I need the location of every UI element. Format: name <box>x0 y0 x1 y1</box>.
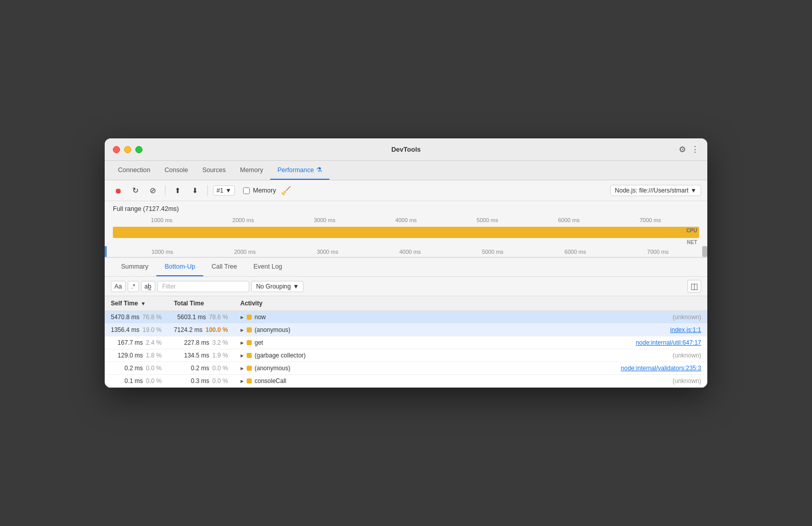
tick-4000: 4000 ms <box>365 217 446 223</box>
cell-activity: ▶consoleCall(unknown) <box>234 375 708 388</box>
activity-name: get <box>255 339 264 346</box>
toolbar: ⏺ ↻ ⊘ ⬆ ⬇ #1 ▼ Memory 🧹 Node.js: file://… <box>105 180 707 201</box>
tab-call-tree[interactable]: Call Tree <box>203 258 245 276</box>
close-button[interactable] <box>113 146 120 153</box>
memory-checkbox[interactable]: Memory <box>243 187 276 194</box>
tick-7000: 7000 ms <box>610 217 691 223</box>
data-table-container: Self Time ▼ Total Time Activity 5470.8 m… <box>105 296 707 388</box>
cell-activity: ▶(anonymous)index.js:1:1 <box>234 324 708 337</box>
cell-self-time: 0.2 ms0.0 % <box>105 362 168 375</box>
cell-self-time: 1356.4 ms19.0 % <box>105 324 168 337</box>
tab-performance[interactable]: Performance ⚗ <box>270 161 329 180</box>
cell-self-time: 129.0 ms1.8 % <box>105 349 168 362</box>
activity-color-dot <box>247 353 252 358</box>
table-row[interactable]: 129.0 ms1.8 %134.5 ms1.9 %▶(garbage coll… <box>105 349 707 362</box>
node-selector[interactable]: Node.js: file:///Users/stmart ▼ <box>610 185 701 196</box>
tick-1000: 1000 ms <box>121 217 202 223</box>
expand-arrow-icon[interactable]: ▶ <box>241 315 244 320</box>
col-header-self-time[interactable]: Self Time ▼ <box>105 296 168 311</box>
table-row[interactable]: 1356.4 ms19.0 %7124.2 ms100.0 %▶(anonymo… <box>105 324 707 337</box>
timeline-ruler-bottom: 1000 ms 2000 ms 3000 ms 4000 ms 5000 ms … <box>105 246 707 257</box>
tick2-3000: 3000 ms <box>286 249 369 255</box>
traffic-lights <box>113 146 142 153</box>
tab-bottom-up[interactable]: Bottom-Up <box>156 258 203 276</box>
expand-arrow-icon[interactable]: ▶ <box>241 353 244 358</box>
performance-table: Self Time ▼ Total Time Activity 5470.8 m… <box>105 296 707 388</box>
sort-arrow-down: ▼ <box>140 301 146 306</box>
reload-button[interactable]: ↻ <box>128 183 142 198</box>
activity-color-dot <box>247 315 252 320</box>
tab-memory[interactable]: Memory <box>233 161 270 180</box>
tab-console[interactable]: Console <box>157 161 195 180</box>
cell-activity: ▶(anonymous)node:internal/validators:235… <box>234 362 708 375</box>
capture-selector[interactable]: #1 ▼ <box>213 185 235 196</box>
memory-check-input[interactable] <box>243 187 250 194</box>
expand-arrow-icon[interactable]: ▶ <box>241 328 244 332</box>
activity-link[interactable]: node:internal/util:647:17 <box>636 339 701 346</box>
cell-activity: ▶(garbage collector)(unknown) <box>234 349 708 362</box>
tab-connection[interactable]: Connection <box>111 161 157 180</box>
activity-link[interactable]: node:internal/validators:235:3 <box>621 365 701 372</box>
filter-whole-btn[interactable]: ab̲ <box>141 281 156 292</box>
table-row[interactable]: 167.7 ms2.4 %227.8 ms3.2 %▶getnode:inter… <box>105 337 707 349</box>
tick2-4000: 4000 ms <box>369 249 451 255</box>
tab-summary[interactable]: Summary <box>113 258 156 276</box>
grouping-select[interactable]: No Grouping ▼ <box>251 281 303 292</box>
cpu-bar <box>113 227 699 238</box>
col-header-total-time[interactable]: Total Time <box>168 296 234 311</box>
activity-color-dot <box>247 366 252 371</box>
cell-total-time: 134.5 ms1.9 % <box>168 349 234 362</box>
filter-case-btn[interactable]: Aa <box>111 281 126 292</box>
table-row[interactable]: 0.2 ms0.0 %0.2 ms0.0 %▶(anonymous)node:i… <box>105 362 707 375</box>
cell-activity: ▶getnode:internal/util:647:17 <box>234 337 708 349</box>
clear-button[interactable]: ⊘ <box>146 183 160 198</box>
window-title: DevTools <box>391 146 421 153</box>
activity-link: (unknown) <box>673 314 701 321</box>
activity-name: (anonymous) <box>255 326 291 333</box>
settings-button[interactable]: ⚙ <box>679 145 686 154</box>
filter-input[interactable] <box>157 281 249 292</box>
tick2-7000: 7000 ms <box>616 249 699 255</box>
record-button[interactable]: ⏺ <box>111 183 125 198</box>
expand-arrow-icon[interactable]: ▶ <box>241 379 244 384</box>
table-row[interactable]: 5470.8 ms76.8 %5603.1 ms78.6 %▶now(unkno… <box>105 311 707 324</box>
filter-regex-btn[interactable]: .* <box>128 281 139 292</box>
tick2-1000: 1000 ms <box>121 249 204 255</box>
clear-data-button[interactable]: 🧹 <box>279 183 293 198</box>
tab-sources[interactable]: Sources <box>195 161 233 180</box>
tick-6000: 6000 ms <box>528 217 609 223</box>
expand-arrow-icon[interactable]: ▶ <box>241 366 244 371</box>
timeline-area: Full range (7127.42ms) 1000 ms 2000 ms 3… <box>105 201 707 258</box>
cell-self-time: 167.7 ms2.4 % <box>105 337 168 349</box>
tick-3000: 3000 ms <box>284 217 365 223</box>
download-button[interactable]: ⬇ <box>188 183 202 198</box>
col-header-activity[interactable]: Activity <box>234 296 708 311</box>
activity-name: now <box>255 314 266 321</box>
cpu-label: CPU <box>686 228 697 233</box>
sidebar-toggle-btn[interactable]: ◫ <box>687 280 701 293</box>
cell-activity: ▶now(unknown) <box>234 311 708 324</box>
cell-self-time: 0.1 ms0.0 % <box>105 375 168 388</box>
timeline-range-label: Full range (7127.42ms) <box>105 201 707 214</box>
activity-link: (unknown) <box>673 377 701 385</box>
table-row[interactable]: 0.1 ms0.0 %0.3 ms0.0 %▶consoleCall(unkno… <box>105 375 707 388</box>
tab-event-log[interactable]: Event Log <box>245 258 290 276</box>
maximize-button[interactable] <box>135 146 142 153</box>
cpu-bar-container[interactable]: CPU <box>105 226 707 239</box>
cell-self-time: 5470.8 ms76.8 % <box>105 311 168 324</box>
activity-color-dot <box>247 327 252 332</box>
activity-link[interactable]: index.js:1:1 <box>670 326 701 333</box>
tab-list: Connection Console Sources Memory Perfor… <box>111 161 701 180</box>
net-bar-container: NET <box>105 239 707 246</box>
tick2-5000: 5000 ms <box>451 249 534 255</box>
more-button[interactable]: ⋮ <box>691 145 699 154</box>
tick-2000: 2000 ms <box>202 217 283 223</box>
expand-arrow-icon[interactable]: ▶ <box>241 341 244 345</box>
tick2-6000: 6000 ms <box>534 249 617 255</box>
upload-button[interactable]: ⬆ <box>171 183 185 198</box>
titlebar: DevTools ⚙ ⋮ <box>105 138 707 161</box>
minimize-button[interactable] <box>124 146 131 153</box>
devtools-window: DevTools ⚙ ⋮ Connection Console Sources … <box>105 138 707 388</box>
cell-total-time: 0.3 ms0.0 % <box>168 375 234 388</box>
activity-name: (garbage collector) <box>255 352 306 359</box>
